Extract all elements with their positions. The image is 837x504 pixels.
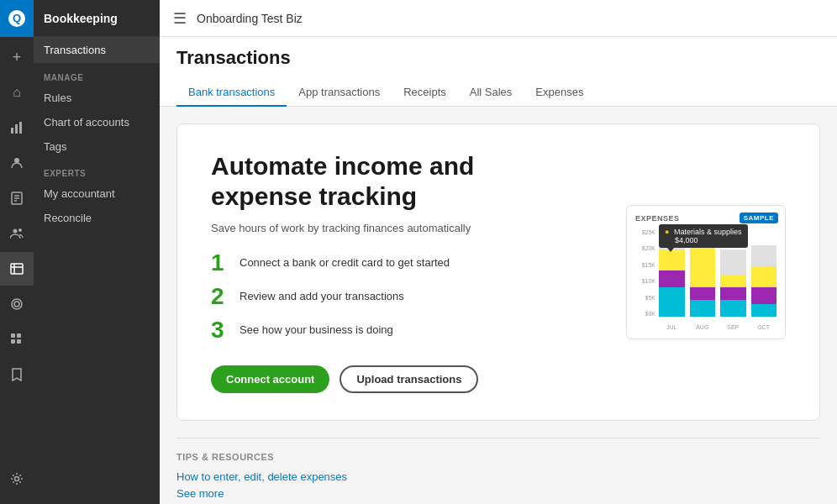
step-2-number: 2: [211, 285, 229, 308]
chart-container: EXPENSES SAMPLE Materials & supplies $4,…: [626, 205, 786, 339]
step-1-number: 1: [211, 251, 229, 275]
promo-left: Automate income andexpense tracking Save…: [211, 151, 592, 393]
tips-title: TIPS & RESOURCES: [176, 452, 820, 462]
topbar: ☰ Onboarding Test Biz: [160, 0, 837, 37]
step-3-text: See how your business is doing: [240, 318, 393, 336]
chart-x-labels: JUL AUG SEP OCT: [659, 324, 776, 330]
svg-rect-19: [11, 339, 15, 344]
promo-card: Automate income andexpense tracking Save…: [176, 123, 820, 421]
apps-nav-icon[interactable]: [0, 323, 34, 356]
svg-rect-2: [11, 128, 13, 134]
icon-bar: Q + ⌂: [0, 0, 34, 504]
promo-heading: Automate income andexpense tracking: [211, 151, 592, 212]
promo-subtext: Save hours of work by tracking finances …: [211, 222, 592, 234]
sidebar-item-transactions[interactable]: Transactions: [34, 37, 160, 63]
people-nav-icon[interactable]: [0, 217, 34, 250]
svg-rect-20: [17, 339, 21, 344]
svg-point-10: [13, 229, 18, 234]
step-3-number: 3: [211, 318, 229, 342]
svg-text:Q: Q: [13, 12, 21, 24]
tab-bank-transactions[interactable]: Bank transactions: [176, 79, 287, 107]
step-3: 3 See how your business is doing: [211, 318, 592, 342]
sidebar-item-my-accountant[interactable]: My accountant: [34, 181, 160, 206]
svg-rect-18: [17, 333, 21, 338]
svg-rect-12: [11, 264, 23, 274]
chart-nav-icon[interactable]: [0, 111, 34, 144]
sidebar-item-chart-of-accounts[interactable]: Chart of accounts: [34, 110, 160, 134]
chart-bar-group-jul: [659, 241, 685, 317]
svg-rect-17: [11, 333, 15, 338]
chart-y-labels: $25K $20K $15K $10K $5K $0K: [635, 229, 655, 317]
step-1: 1 Connect a bank or credit card to get s…: [211, 251, 592, 275]
sidebar-title: Bookkeeping: [34, 0, 160, 37]
sidebar-item-reconcile[interactable]: Reconcile: [34, 206, 160, 230]
bank-nav-icon[interactable]: [0, 287, 34, 321]
tips-section: TIPS & RESOURCES How to enter, edit, del…: [176, 421, 820, 504]
transactions-label: Transactions: [44, 44, 106, 56]
home-nav-icon[interactable]: ⌂: [0, 76, 34, 109]
tab-expenses[interactable]: Expenses: [524, 79, 595, 107]
page-title: Transactions: [176, 47, 820, 69]
tab-receipts[interactable]: Receipts: [392, 79, 458, 107]
svg-rect-4: [19, 122, 22, 134]
step-2-text: Review and add your transactions: [240, 285, 404, 302]
bookmark-nav-icon[interactable]: [0, 358, 34, 391]
tips-divider: [176, 438, 820, 438]
add-button[interactable]: +: [0, 40, 34, 74]
svg-point-11: [18, 228, 22, 232]
step-1-text: Connect a bank or credit card to get sta…: [240, 251, 450, 269]
sample-badge: SAMPLE: [740, 213, 778, 223]
invoice-nav-icon[interactable]: [0, 181, 34, 215]
experts-section-label: EXPERTS: [34, 159, 160, 181]
tips-link-2[interactable]: See more: [176, 487, 820, 500]
chart-tooltip: Materials & supplies $4,000: [659, 224, 748, 248]
promo-actions: Connect account Upload transactions: [211, 365, 592, 393]
menu-icon[interactable]: ☰: [173, 9, 187, 28]
upload-transactions-button[interactable]: Upload transactions: [340, 365, 478, 393]
svg-point-15: [12, 299, 22, 309]
svg-point-16: [14, 302, 19, 307]
chart-bar-group-sep: [720, 249, 746, 317]
connect-account-button[interactable]: Connect account: [211, 365, 329, 393]
main-content: ☰ Onboarding Test Biz Transactions Bank …: [160, 0, 837, 504]
tooltip-label: Materials & supplies: [674, 228, 742, 236]
page-content: Automate income andexpense tracking Save…: [160, 107, 837, 504]
tabs-bar: Bank transactions App transactions Recei…: [160, 79, 837, 107]
sidebar: Bookkeeping Transactions MANAGE Rules Ch…: [34, 0, 160, 504]
sidebar-item-tags[interactable]: Tags: [34, 134, 160, 159]
expenses-chart: EXPENSES SAMPLE Materials & supplies $4,…: [626, 205, 786, 339]
settings-nav-icon[interactable]: [0, 462, 34, 496]
svg-rect-3: [15, 124, 18, 134]
business-name: Onboarding Test Biz: [197, 12, 303, 25]
svg-point-21: [15, 477, 19, 481]
manage-section-label: MANAGE: [34, 63, 160, 86]
contacts-nav-icon[interactable]: [0, 146, 34, 180]
tab-app-transactions[interactable]: App transactions: [287, 79, 392, 107]
bookkeeping-nav-icon[interactable]: [0, 252, 34, 286]
step-2: 2 Review and add your transactions: [211, 285, 592, 308]
tab-all-sales[interactable]: All Sales: [458, 79, 524, 107]
svg-point-5: [14, 158, 19, 163]
tooltip-value: $4,000: [675, 236, 698, 244]
promo-steps: 1 Connect a bank or credit card to get s…: [211, 251, 592, 342]
tips-link-1[interactable]: How to enter, edit, delete expenses: [176, 470, 820, 483]
app-logo[interactable]: Q: [0, 0, 34, 37]
sidebar-item-rules[interactable]: Rules: [34, 86, 160, 110]
chart-bar-group-oct: [751, 245, 777, 317]
